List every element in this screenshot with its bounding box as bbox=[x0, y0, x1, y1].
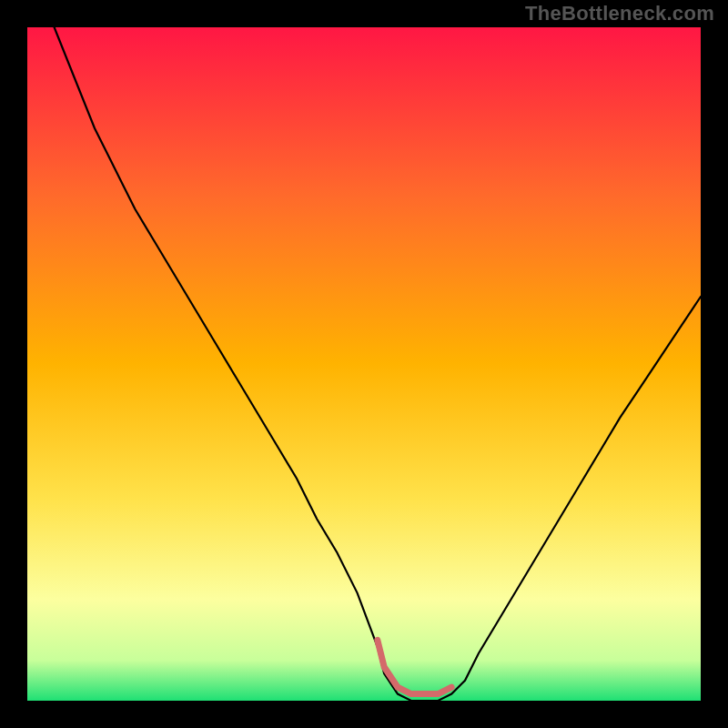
bottleneck-chart bbox=[0, 0, 728, 728]
watermark-text: TheBottleneck.com bbox=[525, 2, 714, 25]
plot-background bbox=[27, 27, 701, 701]
chart-container: TheBottleneck.com bbox=[0, 0, 728, 728]
